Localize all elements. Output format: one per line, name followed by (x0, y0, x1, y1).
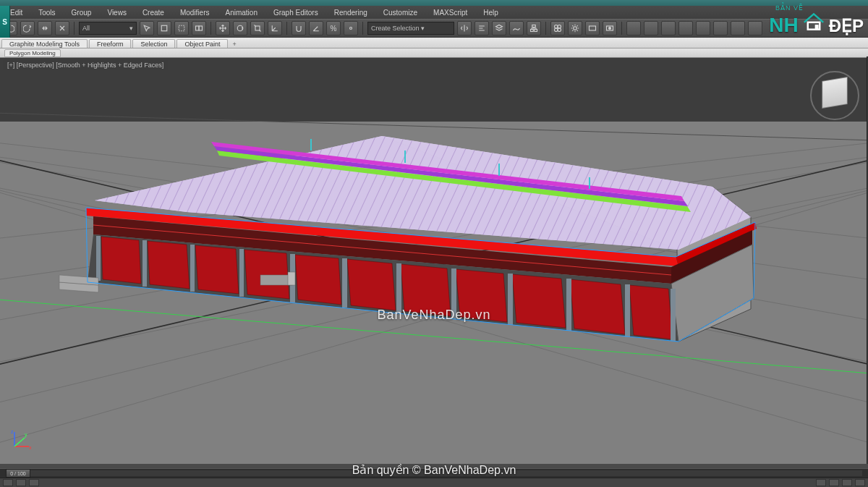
rect-select-icon[interactable] (174, 21, 189, 35)
snap-icon[interactable] (292, 21, 306, 35)
curve-editor-icon[interactable] (509, 21, 524, 35)
window-crossing-icon[interactable] (192, 21, 206, 35)
separator (362, 22, 363, 35)
viewcube[interactable] (814, 75, 855, 116)
status-icon[interactable] (816, 479, 826, 486)
svg-marker-66 (629, 285, 673, 339)
menu-animation[interactable]: Animation (225, 9, 257, 17)
svg-rect-75 (508, 274, 513, 325)
tb-extra-1-icon[interactable] (626, 21, 641, 35)
tb-extra-8-icon[interactable] (748, 21, 762, 35)
select-name-icon[interactable] (157, 21, 171, 35)
menu-edit[interactable]: Edit (10, 9, 22, 17)
scale-icon[interactable] (250, 21, 265, 35)
named-selection-dropdown[interactable]: Create Selection ▾ (367, 22, 454, 35)
perspective-viewport[interactable]: z x y (0, 58, 868, 464)
status-icon[interactable] (29, 479, 39, 486)
menu-help[interactable]: Help (483, 9, 498, 17)
svg-point-13 (558, 28, 561, 32)
warehouse-model[interactable] (0, 58, 868, 464)
svg-point-4 (237, 25, 243, 31)
schematic-icon[interactable] (527, 21, 541, 35)
ribbon-expand-icon[interactable]: + (232, 41, 236, 48)
spinner-snap-icon[interactable] (344, 21, 358, 35)
redo-icon[interactable] (20, 21, 35, 35)
menu-modifiers[interactable]: Modifiers (180, 9, 210, 17)
svg-text:x: x (29, 445, 32, 450)
tb-extra-5-icon[interactable] (696, 21, 710, 35)
align-icon[interactable] (475, 21, 489, 35)
svg-rect-77 (625, 284, 630, 337)
status-icon[interactable] (16, 479, 26, 486)
status-icon[interactable] (855, 479, 865, 486)
svg-point-14 (574, 27, 577, 30)
svg-rect-0 (161, 25, 167, 31)
viewcube-cube-icon[interactable] (822, 77, 847, 109)
time-slider[interactable]: 0 / 100 (0, 468, 868, 478)
application-button[interactable]: S (0, 6, 10, 38)
status-icon[interactable] (842, 479, 852, 486)
status-icon[interactable] (829, 479, 839, 486)
unlink-icon[interactable] (55, 21, 69, 35)
svg-marker-64 (512, 274, 566, 328)
move-icon[interactable] (216, 21, 230, 35)
tb-extra-2-icon[interactable] (644, 21, 658, 35)
menu-rendering[interactable]: Rendering (334, 9, 367, 17)
menu-tools[interactable]: Tools (38, 9, 55, 17)
status-icon[interactable] (3, 479, 13, 486)
svg-rect-7 (532, 25, 536, 27)
separator (74, 22, 75, 35)
svg-point-17 (609, 27, 611, 30)
main-menu: Edit Tools Group Views Create Modifiers … (0, 6, 868, 19)
time-knob[interactable]: 0 / 100 (6, 469, 30, 478)
window-title-bar (0, 0, 868, 6)
render-setup-icon[interactable] (568, 21, 582, 35)
svg-rect-73 (396, 263, 401, 313)
svg-text:y: y (25, 432, 27, 438)
rotate-icon[interactable] (233, 21, 247, 35)
tb-extra-6-icon[interactable] (713, 21, 728, 35)
render-icon[interactable] (603, 21, 617, 35)
svg-marker-63 (456, 269, 507, 322)
material-editor-icon[interactable] (550, 21, 565, 35)
ribbon-tab-selection[interactable]: Selection (132, 39, 175, 48)
tb-extra-3-icon[interactable] (661, 21, 676, 35)
tb-extra-7-icon[interactable] (731, 21, 745, 35)
layers-icon[interactable] (492, 21, 506, 35)
mirror-icon[interactable] (457, 21, 472, 35)
svg-text:z: z (11, 429, 14, 434)
ribbon-panel: Polygon Modeling (0, 48, 868, 58)
menu-graph-editors[interactable]: Graph Editors (273, 9, 318, 17)
time-track[interactable]: 0 / 100 (6, 470, 862, 476)
ribbon-tabs: Graphite Modeling Tools Freeform Selecti… (0, 38, 868, 48)
angle-snap-icon[interactable] (309, 21, 323, 35)
svg-point-12 (555, 28, 558, 32)
ref-coord-icon[interactable] (268, 21, 282, 35)
percent-snap-icon[interactable]: % (326, 21, 341, 35)
link-icon[interactable] (38, 21, 52, 35)
svg-rect-78 (671, 289, 676, 341)
svg-rect-76 (566, 279, 571, 331)
select-icon[interactable] (140, 21, 154, 35)
menu-maxscript[interactable]: MAXScript (433, 9, 467, 17)
selection-filter-dropdown[interactable]: All▾ (79, 22, 137, 35)
ribbon-tab-graphite[interactable]: Graphite Modeling Tools (1, 39, 88, 48)
tb-extra-4-icon[interactable] (678, 21, 693, 35)
svg-rect-1 (179, 25, 184, 31)
svg-rect-82 (288, 272, 295, 285)
svg-line-83 (86, 208, 88, 282)
menu-views[interactable]: Views (107, 9, 127, 17)
svg-line-84 (754, 222, 755, 298)
ribbon-tab-objectpaint[interactable]: Object Paint (176, 39, 228, 48)
viewport-label[interactable]: [+] [Perspective] [Smooth + Highlights +… (3, 60, 168, 70)
svg-rect-8 (531, 30, 534, 32)
menu-create[interactable]: Create (142, 9, 164, 17)
menu-group[interactable]: Group (72, 9, 92, 17)
menu-customize[interactable]: Customize (383, 9, 417, 17)
ribbon-panel-polygon[interactable]: Polygon Modeling (4, 49, 61, 57)
separator (545, 22, 546, 35)
svg-rect-2 (196, 26, 200, 30)
svg-rect-3 (199, 26, 203, 30)
render-frame-icon[interactable] (585, 21, 600, 35)
ribbon-tab-freeform[interactable]: Freeform (89, 39, 132, 48)
